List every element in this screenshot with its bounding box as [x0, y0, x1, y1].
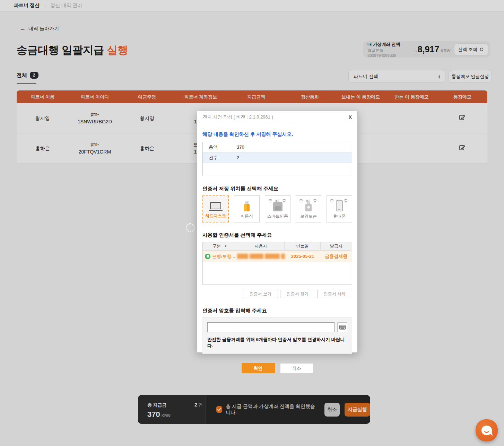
certificate-icon: [205, 254, 210, 259]
certificate-table: 구분▼ 사용자 만료일 발급자 은행/보험... 2025-05-21 금융결제…: [202, 242, 352, 285]
phone-icon: [336, 200, 343, 211]
digital-signature-modal: 전자 서명 작성 ( 버전 : 2.1.0.2961 ) X 해당 내용을 확인…: [197, 111, 358, 353]
cert-find-button[interactable]: 인증서 찾기: [280, 290, 315, 298]
close-icon[interactable]: X: [349, 114, 352, 120]
modal-titlebar: 전자 서명 작성 ( 버전 : 2.1.0.2961 ) X: [197, 111, 357, 123]
storage-options: 하드디스크 이동식 준 비 중 스마트인증 준 비 중 보안토큰 준: [202, 195, 352, 222]
chat-bubble-icon: [481, 426, 492, 435]
certificate-select-heading: 사용할 인증서를 선택해 주세요: [202, 232, 352, 238]
modal-actions: 확인 취소: [202, 363, 352, 373]
cert-col-type: 구분▼: [203, 242, 237, 250]
virtual-keyboard-button[interactable]: [337, 322, 347, 332]
certificate-row[interactable]: 은행/보험... 2025-05-21 금융결제원: [203, 251, 352, 262]
app-window: 파트너 정산 | 정산 내역 관리 테스트 데이터 ← 내역 돌아가기 송금대행…: [0, 0, 504, 446]
storage-option-securitytoken[interactable]: 준 비 중 보안토큰: [296, 195, 321, 222]
usb-icon: [244, 201, 250, 211]
storage-location-heading: 인증서 저장 위치를 선택해 주세요: [202, 185, 352, 192]
cert-col-user: 사용자: [237, 242, 285, 250]
certificate-issuer: 금융결제원: [321, 253, 352, 260]
filter-icon[interactable]: ▼: [224, 245, 227, 248]
keyboard-icon: [339, 325, 346, 330]
modal-confirm-button[interactable]: 확인: [242, 363, 275, 373]
certificate-expiry: 2025-05-21: [285, 254, 320, 259]
certificate-user-redacted: [237, 254, 285, 259]
modal-title: 전자 서명 작성 ( 버전 : 2.1.0.2961 ): [203, 114, 273, 120]
storage-option-smartcert[interactable]: 준 비 중 스마트인증: [265, 195, 290, 222]
signature-summary-table: 총액 370 건수 2: [202, 142, 352, 176]
modal-cancel-button[interactable]: 취소: [280, 363, 313, 373]
cert-col-issuer: 발급자: [321, 242, 352, 250]
laptop-icon: [209, 202, 223, 211]
password-panel: 안전한 금융거래를 위해 6개월마다 인증서 암호를 변경하시기 바랍니다.: [202, 317, 352, 354]
certificate-table-header: 구분▼ 사용자 만료일 발급자: [203, 242, 352, 251]
certificate-password-input[interactable]: [207, 322, 334, 332]
storage-option-removable[interactable]: 이동식: [234, 195, 260, 222]
certificate-buttons: 인증서 보기 인증서 찾기 인증서 삭제: [202, 290, 352, 298]
chat-launcher-button[interactable]: [476, 419, 498, 441]
security-token-icon: [305, 201, 312, 211]
signature-instruction: 해당 내용을 확인하신 후 서명해 주십시오.: [202, 131, 352, 138]
smart-cert-icon: [273, 202, 283, 211]
cert-delete-button[interactable]: 인증서 삭제: [317, 290, 352, 298]
storage-option-harddisk[interactable]: 하드디스크: [202, 195, 229, 222]
summary-row-count: 건수 2: [203, 152, 352, 163]
cert-view-button[interactable]: 인증서 보기: [243, 290, 278, 298]
cert-col-expiry: 만료일: [285, 242, 320, 250]
storage-option-mobile[interactable]: 준 비 중 휴대폰: [327, 195, 352, 222]
password-note: 안전한 금융거래를 위해 6개월마다 인증서 암호를 변경하시기 바랍니다.: [207, 336, 347, 349]
password-heading: 인증서 암호를 입력해 주세요: [202, 307, 352, 314]
loading-spinner-icon: [186, 223, 195, 232]
summary-row-total: 총액 370: [203, 142, 352, 152]
